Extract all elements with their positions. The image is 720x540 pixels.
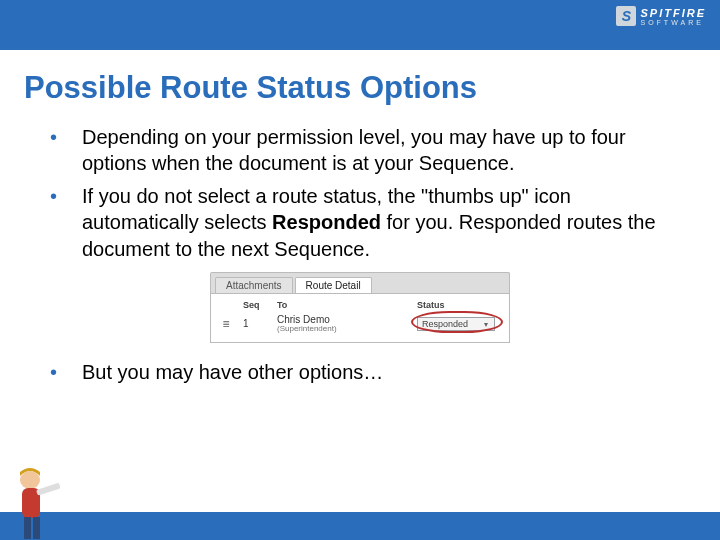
mascot-icon [6,462,64,540]
svg-rect-3 [24,517,31,539]
bullet-1: Depending on your permission level, you … [40,124,660,177]
seq-value: 1 [243,318,269,329]
to-cell: Chris Demo (Superintendent) [277,314,409,334]
col-to: To [277,300,409,310]
bullet-list: Depending on your permission level, you … [40,124,660,262]
brand-logo: S SPITFIRE SOFTWARE [616,6,706,26]
status-value: Responded [422,319,468,329]
status-cell: Responded ▾ [417,317,503,331]
bullet-2-bold: Responded [272,211,381,233]
svg-rect-2 [36,483,61,496]
route-detail-panel: Seq To Status ≡ 1 Chris Demo (Superinten… [210,293,510,343]
col-status: Status [417,300,503,310]
chevron-down-icon: ▾ [484,319,488,328]
embedded-screenshot: Attachments Route Detail Seq To Status ≡… [0,272,720,343]
bullet-2: If you do not select a route status, the… [40,183,660,262]
brand-badge-letter: S [622,8,631,24]
slide-title: Possible Route Status Options [24,70,720,106]
brand-text: SPITFIRE SOFTWARE [640,7,706,26]
tabbar: Attachments Route Detail [210,272,510,293]
col-seq: Seq [243,300,269,310]
tab-route-detail[interactable]: Route Detail [295,277,372,293]
to-role: (Superintendent) [277,325,409,334]
svg-rect-4 [33,517,40,539]
brand-tagline: SOFTWARE [640,19,706,26]
header-bar: S SPITFIRE SOFTWARE [0,0,720,50]
bullet-list-2: But you may have other options… [40,359,660,385]
tab-attachments[interactable]: Attachments [215,277,293,293]
footer-bar [0,512,720,540]
svg-point-0 [20,471,40,489]
brand-badge-icon: S [616,6,636,26]
row-handle-icon[interactable]: ≡ [217,317,235,331]
brand-name: SPITFIRE [640,7,706,19]
bullet-3: But you may have other options… [40,359,660,385]
status-dropdown[interactable]: Responded ▾ [417,317,495,331]
